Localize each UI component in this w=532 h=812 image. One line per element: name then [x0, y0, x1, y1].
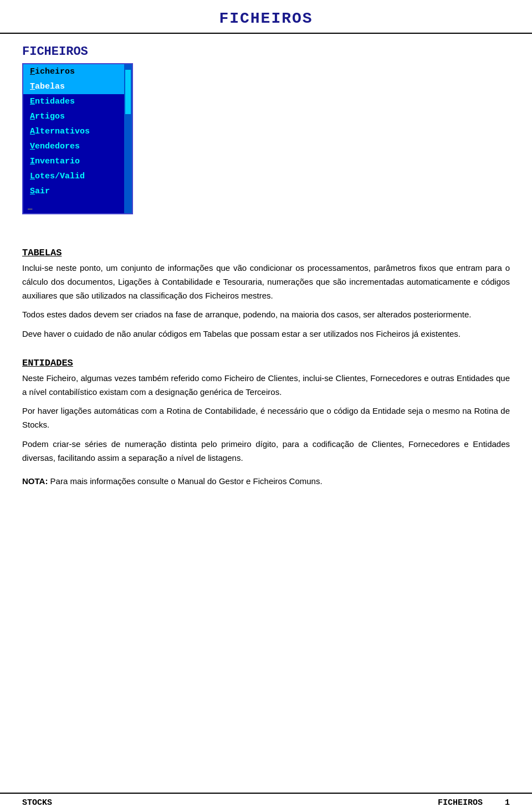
menu-item-entidades[interactable]: Entidades [23, 94, 132, 109]
footer-center: FICHEIROS [438, 798, 483, 808]
page-title: FICHEIROS [0, 10, 532, 27]
entidades-para-2: Por haver ligações automáticas com a Rot… [22, 404, 510, 432]
nota-label: NOTA: [22, 476, 48, 486]
menu-item-vendedores[interactable]: Vendedores [23, 139, 132, 154]
menu-item-alternativos[interactable]: Alternativos [23, 124, 132, 139]
footer-left: STOCKS [22, 798, 52, 808]
footer-page-number: 1 [505, 798, 510, 808]
nota-body: Para mais informações consulte o Manual … [50, 476, 323, 486]
menu-item-lotes[interactable]: Lotes/Valid [23, 169, 132, 184]
menu-cursor: _ [23, 199, 132, 213]
menu-item-sair[interactable]: Sair [23, 184, 132, 199]
menu-item-tabelas[interactable]: Tabelas [23, 79, 132, 94]
nota-text: NOTA: Para mais informações consulte o M… [22, 475, 510, 489]
page-footer: STOCKS FICHEIROS 1 [0, 793, 532, 812]
page-header: FICHEIROS [0, 0, 532, 34]
entidades-para-3: Podem criar-se séries de numeração disti… [22, 438, 510, 465]
menu-item-inventario[interactable]: Inventario [23, 154, 132, 169]
section-heading-entidades: ENTIDADES [22, 358, 510, 368]
section-tabelas: TABELAS Inclui-se neste ponto, um conjun… [22, 248, 510, 341]
scroll-thumb [125, 70, 131, 114]
menu-scrollbar [124, 64, 132, 213]
section-nota: NOTA: Para mais informações consulte o M… [22, 475, 510, 489]
menu-item-artigos[interactable]: Artigos [23, 109, 132, 124]
section-entidades: ENTIDADES Neste Ficheiro, algumas vezes … [22, 358, 510, 465]
tabelas-para-1: Inclui-se neste ponto, um conjunto de in… [22, 261, 510, 302]
main-content: FICHEIROS Ficheiros Tabelas Entidades Ar… [0, 34, 532, 510]
footer-right: FICHEIROS 1 [438, 798, 510, 808]
menu-container: Ficheiros Tabelas Entidades Artigos Alte… [22, 63, 133, 214]
entidades-para-1: Neste Ficheiro, algumas vezes também ref… [22, 372, 510, 399]
menu-item-ficheiros[interactable]: Ficheiros [23, 64, 132, 79]
left-section-title: FICHEIROS [22, 45, 510, 59]
tabelas-para-2: Todos estes dados devem ser criados na f… [22, 308, 510, 322]
section-heading-tabelas: TABELAS [22, 248, 510, 258]
tabelas-para-3: Deve haver o cuidado de não anular códig… [22, 327, 510, 341]
